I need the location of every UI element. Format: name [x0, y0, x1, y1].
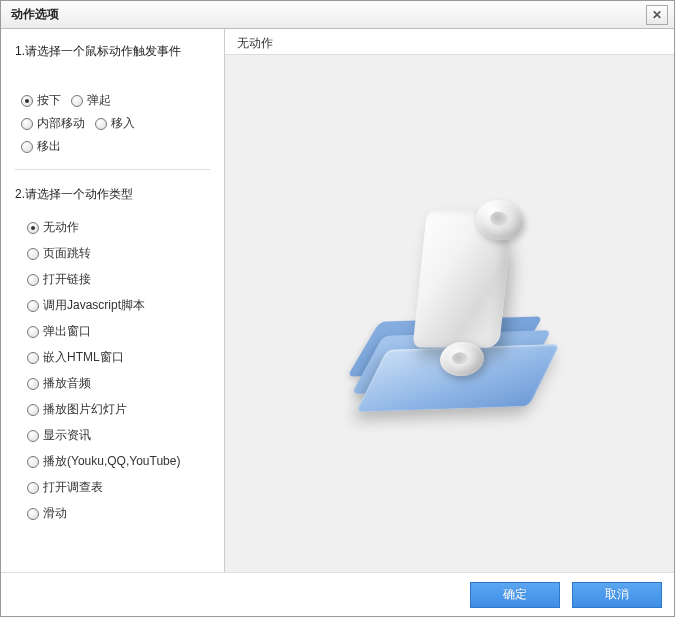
radio-label: 无动作 [43, 219, 79, 236]
right-panel-title: 无动作 [225, 29, 674, 54]
radio-icon [27, 274, 39, 286]
radio-label: 页面跳转 [43, 245, 91, 262]
radio-action-swipe[interactable]: 滑动 [27, 505, 210, 522]
radio-label: 滑动 [43, 505, 67, 522]
section2-title: 2.请选择一个动作类型 [15, 186, 210, 203]
radio-label: 移入 [111, 115, 135, 132]
radio-action-play_audio[interactable]: 播放音频 [27, 375, 210, 392]
radio-action-call_js[interactable]: 调用Javascript脚本 [27, 297, 210, 314]
radio-icon [21, 141, 33, 153]
radio-label: 打开链接 [43, 271, 91, 288]
radio-label: 内部移动 [37, 115, 85, 132]
radio-label: 嵌入HTML窗口 [43, 349, 124, 366]
close-button[interactable]: ✕ [646, 5, 668, 25]
radio-icon [27, 378, 39, 390]
left-panel: 1.请选择一个鼠标动作触发事件 按下 弹起 内部移动 [1, 29, 225, 572]
radio-icon [27, 508, 39, 520]
right-panel: 无动作 [225, 29, 674, 572]
radio-icon [95, 118, 107, 130]
window-title: 动作选项 [11, 6, 59, 23]
radio-icon [27, 248, 39, 260]
mouse-event-row-3: 移出 [15, 138, 210, 155]
radio-move-inside[interactable]: 内部移动 [21, 115, 85, 132]
mouse-event-row-2: 内部移动 移入 [15, 115, 210, 132]
radio-icon [27, 222, 39, 234]
radio-label: 播放图片幻灯片 [43, 401, 127, 418]
button-label: 确定 [503, 586, 527, 603]
radio-action-open_link[interactable]: 打开链接 [27, 271, 210, 288]
radio-action-play_video[interactable]: 播放(Youku,QQ,YouTube) [27, 453, 210, 470]
divider [15, 169, 210, 170]
radio-release[interactable]: 弹起 [71, 92, 111, 109]
cancel-button[interactable]: 取消 [572, 582, 662, 608]
content-area: 1.请选择一个鼠标动作触发事件 按下 弹起 内部移动 [1, 29, 674, 572]
radio-label: 弹出窗口 [43, 323, 91, 340]
radio-label: 播放(Youku,QQ,YouTube) [43, 453, 180, 470]
radio-icon [71, 95, 83, 107]
radio-icon [27, 430, 39, 442]
radio-icon [27, 352, 39, 364]
radio-action-none[interactable]: 无动作 [27, 219, 210, 236]
radio-icon [27, 404, 39, 416]
preview-area [225, 54, 674, 572]
dialog-footer: 确定 取消 [1, 572, 674, 616]
radio-action-popup[interactable]: 弹出窗口 [27, 323, 210, 340]
radio-action-show_info[interactable]: 显示资讯 [27, 427, 210, 444]
action-options-dialog: 动作选项 ✕ 1.请选择一个鼠标动作触发事件 按下 弹起 [0, 0, 675, 617]
radio-label: 打开调查表 [43, 479, 103, 496]
radio-icon [27, 300, 39, 312]
close-icon: ✕ [652, 9, 662, 21]
radio-action-open_survey[interactable]: 打开调查表 [27, 479, 210, 496]
titlebar: 动作选项 ✕ [1, 1, 674, 29]
radio-action-embed_html[interactable]: 嵌入HTML窗口 [27, 349, 210, 366]
action-type-list: 无动作页面跳转打开链接调用Javascript脚本弹出窗口嵌入HTML窗口播放音… [15, 219, 210, 522]
radio-label: 显示资讯 [43, 427, 91, 444]
radio-icon [21, 118, 33, 130]
ok-button[interactable]: 确定 [470, 582, 560, 608]
radio-action-slideshow[interactable]: 播放图片幻灯片 [27, 401, 210, 418]
section1-title: 1.请选择一个鼠标动作触发事件 [15, 43, 210, 60]
script-folder-icon [340, 204, 560, 424]
radio-label: 调用Javascript脚本 [43, 297, 145, 314]
radio-label: 移出 [37, 138, 61, 155]
radio-press[interactable]: 按下 [21, 92, 61, 109]
radio-label: 弹起 [87, 92, 111, 109]
radio-leave[interactable]: 移出 [21, 138, 61, 155]
mouse-event-row-1: 按下 弹起 [15, 92, 210, 109]
radio-label: 按下 [37, 92, 61, 109]
radio-icon [27, 456, 39, 468]
radio-icon [21, 95, 33, 107]
radio-label: 播放音频 [43, 375, 91, 392]
radio-icon [27, 326, 39, 338]
radio-action-page_jump[interactable]: 页面跳转 [27, 245, 210, 262]
button-label: 取消 [605, 586, 629, 603]
radio-icon [27, 482, 39, 494]
radio-enter[interactable]: 移入 [95, 115, 135, 132]
